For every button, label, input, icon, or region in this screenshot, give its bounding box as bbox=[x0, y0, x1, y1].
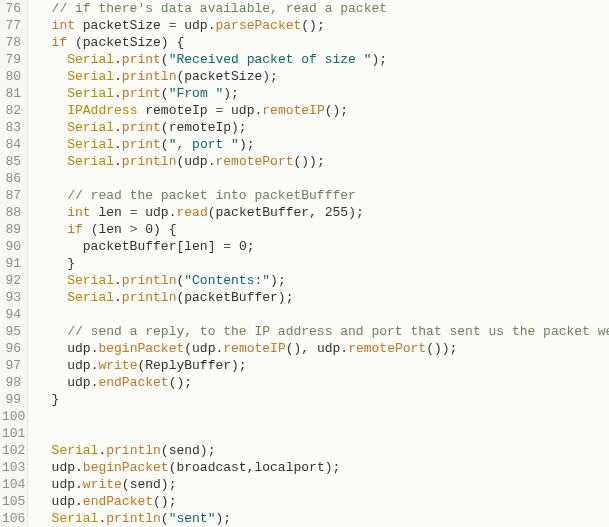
token-punc: . bbox=[114, 137, 122, 152]
code-line[interactable]: IPAddress remoteIp = udp.remoteIP(); bbox=[36, 102, 609, 119]
token-type: int bbox=[52, 18, 75, 33]
code-line[interactable]: // read the packet into packetBufffer bbox=[36, 187, 609, 204]
line-number: 86 bbox=[2, 170, 21, 187]
code-line[interactable]: udp.endPacket(); bbox=[36, 493, 609, 510]
token-keyword: if bbox=[67, 222, 83, 237]
code-line[interactable]: Serial.println(send); bbox=[36, 442, 609, 459]
code-line[interactable]: Serial.print(", port "); bbox=[36, 136, 609, 153]
token-punc: (), udp bbox=[286, 341, 341, 356]
code-line[interactable]: if (packetSize) { bbox=[36, 34, 609, 51]
line-number: 97 bbox=[2, 357, 21, 374]
code-line[interactable]: udp.beginPacket(broadcast,localport); bbox=[36, 459, 609, 476]
code-line[interactable]: } bbox=[36, 391, 609, 408]
code-line[interactable]: packetBuffer[len] = 0; bbox=[36, 238, 609, 255]
line-number: 101 bbox=[2, 425, 21, 442]
line-number: 98 bbox=[2, 374, 21, 391]
token-ident: udp bbox=[137, 205, 168, 220]
line-number: 95 bbox=[2, 323, 21, 340]
token-punc: (send); bbox=[161, 443, 216, 458]
token-class: Serial bbox=[67, 86, 114, 101]
token-number: 0 bbox=[239, 239, 247, 254]
code-line[interactable]: Serial.print("From "); bbox=[36, 85, 609, 102]
token-punc: . bbox=[114, 69, 122, 84]
token-class: Serial bbox=[52, 443, 99, 458]
code-line[interactable] bbox=[36, 306, 609, 323]
line-number: 99 bbox=[2, 391, 21, 408]
token-punc: ( bbox=[161, 511, 169, 526]
code-line[interactable]: Serial.println(packetSize); bbox=[36, 68, 609, 85]
line-number: 78 bbox=[2, 34, 21, 51]
token-punc: ( bbox=[161, 86, 169, 101]
line-number: 96 bbox=[2, 340, 21, 357]
line-number-gutter: 7677787980818283848586878889909192939495… bbox=[0, 0, 28, 527]
code-area[interactable]: // if there's data available, read a pac… bbox=[28, 0, 609, 527]
code-line[interactable] bbox=[36, 425, 609, 442]
code-line[interactable] bbox=[36, 408, 609, 425]
token-punc: (len bbox=[83, 222, 130, 237]
line-number: 87 bbox=[2, 187, 21, 204]
token-punc: (); bbox=[301, 18, 324, 33]
token-method: print bbox=[122, 52, 161, 67]
token-method: write bbox=[98, 358, 137, 373]
token-type: int bbox=[67, 205, 90, 220]
line-number: 90 bbox=[2, 238, 21, 255]
token-string: ", port " bbox=[169, 137, 239, 152]
line-number: 91 bbox=[2, 255, 21, 272]
token-punc: ); bbox=[215, 511, 231, 526]
token-punc: (send); bbox=[122, 477, 177, 492]
line-number: 92 bbox=[2, 272, 21, 289]
code-line[interactable]: if (len > 0) { bbox=[36, 221, 609, 238]
token-punc: ( bbox=[161, 137, 169, 152]
code-line[interactable]: int len = udp.read(packetBuffer, 255); bbox=[36, 204, 609, 221]
token-string: "From " bbox=[169, 86, 224, 101]
token-punc: . bbox=[114, 86, 122, 101]
code-line[interactable]: Serial.print("Received packet of size ")… bbox=[36, 51, 609, 68]
token-punc: . bbox=[114, 120, 122, 135]
code-line[interactable]: udp.write(send); bbox=[36, 476, 609, 493]
token-punc: (); bbox=[325, 103, 348, 118]
code-line[interactable]: } bbox=[36, 255, 609, 272]
token-comment: // if there's data available, read a pac… bbox=[52, 1, 387, 16]
token-method: endPacket bbox=[98, 375, 168, 390]
token-class: Serial bbox=[67, 69, 114, 84]
code-line[interactable]: Serial.println("sent"); bbox=[36, 510, 609, 527]
code-line[interactable]: Serial.println("Contents:"); bbox=[36, 272, 609, 289]
line-number: 106 bbox=[2, 510, 21, 527]
line-number: 88 bbox=[2, 204, 21, 221]
token-punc: ) { bbox=[153, 222, 176, 237]
token-punc: . bbox=[75, 477, 83, 492]
code-line[interactable]: udp.write(ReplyBuffer); bbox=[36, 357, 609, 374]
code-line[interactable] bbox=[36, 170, 609, 187]
code-line[interactable]: int packetSize = udp.parsePacket(); bbox=[36, 17, 609, 34]
code-line[interactable]: udp.beginPacket(udp.remoteIP(), udp.remo… bbox=[36, 340, 609, 357]
line-number: 85 bbox=[2, 153, 21, 170]
token-class: Serial bbox=[67, 120, 114, 135]
code-line[interactable]: Serial.println(packetBuffer); bbox=[36, 289, 609, 306]
token-method: write bbox=[83, 477, 122, 492]
token-punc: (udp bbox=[176, 154, 207, 169]
token-number: 0 bbox=[145, 222, 153, 237]
token-punc: (broadcast,localport); bbox=[169, 460, 341, 475]
token-punc: (packetSize) { bbox=[67, 35, 184, 50]
token-punc: ()); bbox=[426, 341, 457, 356]
code-line[interactable]: udp.endPacket(); bbox=[36, 374, 609, 391]
token-method: parsePacket bbox=[215, 18, 301, 33]
token-punc: (ReplyBuffer); bbox=[137, 358, 246, 373]
code-line[interactable]: // if there's data available, read a pac… bbox=[36, 0, 609, 17]
token-string: "Contents:" bbox=[184, 273, 270, 288]
token-method: beginPacket bbox=[83, 460, 169, 475]
token-punc: . bbox=[114, 154, 122, 169]
token-method: beginPacket bbox=[98, 341, 184, 356]
code-line[interactable]: Serial.println(udp.remotePort()); bbox=[36, 153, 609, 170]
token-class: Serial bbox=[67, 137, 114, 152]
token-class: Serial bbox=[67, 290, 114, 305]
line-number: 93 bbox=[2, 289, 21, 306]
token-punc: (); bbox=[169, 375, 192, 390]
code-line[interactable]: // send a reply, to the IP address and p… bbox=[36, 323, 609, 340]
line-number: 79 bbox=[2, 51, 21, 68]
token-ident: udp bbox=[52, 477, 75, 492]
code-line[interactable]: Serial.print(remoteIp); bbox=[36, 119, 609, 136]
token-method: remoteIP bbox=[223, 341, 285, 356]
token-ident: udp bbox=[52, 460, 75, 475]
token-punc: . bbox=[75, 460, 83, 475]
